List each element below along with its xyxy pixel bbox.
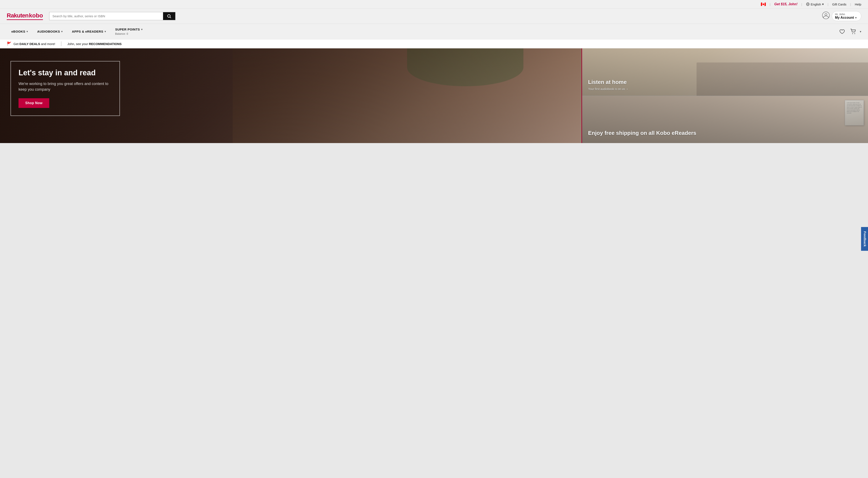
panel2-content: Enjoy free shipping on all Kobo eReaders — [588, 130, 696, 138]
hero-subtitle: We're working to bring you great offers … — [19, 81, 112, 92]
svg-point-6 — [854, 33, 855, 34]
help-link[interactable]: Help — [855, 2, 861, 6]
panel1-sub[interactable]: Your first audiobook is on us › — [588, 87, 627, 91]
search-input[interactable] — [50, 12, 163, 20]
nav-ebooks[interactable]: eBOOKS ▾ — [7, 26, 33, 37]
notif-flag-icon: 🚩 — [7, 41, 11, 46]
svg-point-4 — [825, 13, 827, 16]
cart-chevron: ▾ — [860, 30, 861, 33]
account-icon — [822, 11, 830, 21]
shop-now-button[interactable]: Shop Now — [19, 98, 49, 108]
header: Rakuten kobo Hi, John My Account ▾ — [0, 9, 868, 24]
account-label: My Account — [835, 16, 854, 20]
nav-audiobooks[interactable]: AUDIOBOOKS ▾ — [33, 26, 67, 37]
hero-panel-audiobook[interactable]: Listen at home Your first audiobook is o… — [582, 49, 868, 96]
account-chevron: ▾ — [855, 16, 857, 19]
notification-bar: 🚩 Get DAILY DEALS and more! John, see yo… — [0, 39, 868, 49]
hero-section: Let's stay in and read We're working to … — [0, 49, 868, 143]
panel2-title: Enjoy free shipping on all Kobo eReaders — [588, 130, 696, 136]
notif-deals-text[interactable]: Get DAILY DEALS and more! — [13, 42, 55, 46]
hero-title: Let's stay in and read — [19, 68, 112, 77]
panel1-arrow: › — [627, 87, 628, 91]
svg-point-5 — [852, 33, 853, 34]
account-button[interactable]: Hi, John My Account ▾ — [832, 11, 861, 21]
nav-superpoints[interactable]: SUPER POINTS ▾ Balance: 0 — [111, 24, 147, 39]
lang-label: English — [811, 2, 821, 6]
lang-chevron: ▾ — [822, 2, 824, 6]
superpoints-chevron: ▾ — [141, 28, 143, 31]
logo-kobo: kobo — [29, 12, 43, 19]
notif-separator — [61, 41, 61, 46]
search-bar — [49, 12, 176, 20]
nav-apps[interactable]: APPS & eREADERS ▾ — [67, 26, 111, 37]
logo-rakuten: Rakuten — [7, 12, 28, 19]
panel1-content: Listen at home Your first audiobook is o… — [588, 79, 627, 90]
audiobooks-chevron: ▾ — [61, 30, 63, 33]
cart-button[interactable] — [848, 27, 859, 36]
search-icon — [167, 14, 172, 19]
hero-panel-ereader[interactable]: Lorem ipsum dolor sit amet consectetur a… — [582, 96, 868, 143]
hero-box: Let's stay in and read We're working to … — [10, 61, 120, 116]
globe-icon — [806, 2, 810, 6]
canada-flag: 🇨🇦 — [761, 2, 766, 7]
panel1-title: Listen at home — [588, 79, 627, 85]
hero-right-panels: Listen at home Your first audiobook is o… — [582, 49, 868, 143]
giftcards-link[interactable]: Gift Cards — [832, 2, 846, 6]
apps-chevron: ▾ — [104, 30, 106, 33]
hero-main-banner: Let's stay in and read We're working to … — [0, 49, 582, 143]
logo[interactable]: Rakuten kobo — [7, 12, 43, 20]
wishlist-button[interactable] — [837, 27, 847, 36]
logo-underline — [7, 19, 43, 20]
account-greeting: Hi, John — [835, 12, 845, 16]
search-button[interactable] — [163, 12, 175, 20]
top-bar: 🇨🇦 | Get $15, John! | English ▾ | Gift C… — [0, 0, 868, 9]
nav-bar: eBOOKS ▾ AUDIOBOOKS ▾ APPS & eREADERS ▾ … — [0, 24, 868, 39]
ebooks-chevron: ▾ — [27, 30, 28, 33]
account-area[interactable]: Hi, John My Account ▾ — [822, 11, 861, 21]
notif-recommendations[interactable]: John, see your RECOMMENDATIONS — [67, 42, 122, 46]
promo-text: Get $15, John! — [774, 2, 797, 6]
nav-icons: ▾ — [837, 25, 861, 38]
language-selector[interactable]: English ▾ — [806, 2, 824, 6]
hero-content: Let's stay in and read We're working to … — [10, 61, 582, 116]
